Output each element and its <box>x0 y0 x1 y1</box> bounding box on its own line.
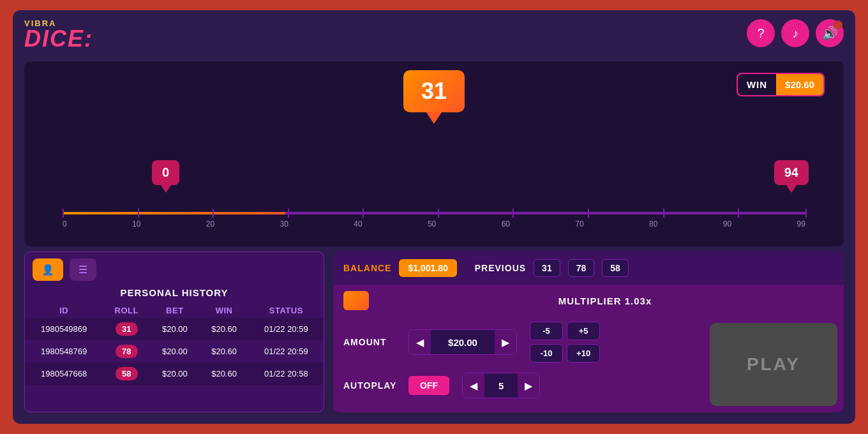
help-icon: ? <box>757 26 764 41</box>
balance-label: BALANCE <box>343 263 391 273</box>
cell-win: $20.60 <box>199 340 248 363</box>
logo: VIBRA DICE: <box>24 19 93 50</box>
cell-status: 01/22 20:59 <box>249 340 324 363</box>
cell-win: $20.60 <box>199 363 248 385</box>
bubble-tail <box>426 112 442 124</box>
history-panel: 👤 ☰ PERSONAL HISTORY ID ROLL BET WIN STA… <box>24 251 324 412</box>
cell-win: $20.60 <box>199 318 248 340</box>
number-line-container: 0 10 20 30 40 50 60 70 80 90 99 <box>63 212 805 228</box>
col-win: WIN <box>199 303 248 318</box>
autoplay-stepper: ◀ 5 ▶ <box>462 373 540 398</box>
help-button[interactable]: ? <box>747 19 775 47</box>
line-label-50: 50 <box>428 220 436 228</box>
col-bet: BET <box>150 303 199 318</box>
bottom-panel: 👤 ☰ PERSONAL HISTORY ID ROLL BET WIN STA… <box>24 251 844 412</box>
autoplay-toggle-button[interactable]: OFF <box>408 376 449 395</box>
previous-roll-3: 58 <box>602 259 629 277</box>
win-display: WIN $20.60 <box>737 73 825 96</box>
history-table: ID ROLL BET WIN STATUS 1980549869 31 $20… <box>25 303 324 385</box>
play-button-container: PLAY <box>703 317 844 412</box>
controls-panel: BALANCE $1,001.80 PREVIOUS 31 78 58 MULT… <box>333 251 844 412</box>
marker-right-value: 94 <box>774 160 809 185</box>
autoplay-count: 5 <box>484 380 518 391</box>
multiplier-swatch <box>343 291 369 310</box>
multiplier-row: MULTIPLIER 1.03x <box>333 285 844 317</box>
minus5-button[interactable]: -5 <box>530 322 563 340</box>
game-area: WIN $20.60 31 0 94 <box>24 61 844 246</box>
person-icon: 👤 <box>41 264 54 276</box>
line-label-0: 0 <box>63 220 67 228</box>
amount-row: AMOUNT ◀ $20.00 ▶ -5 +5 -10 +10 <box>333 317 703 368</box>
cell-id: 1980548769 <box>25 340 103 363</box>
header: VIBRA DICE: <box>24 19 93 50</box>
amount-value: $20.00 <box>431 337 495 348</box>
controls-inner: AMOUNT ◀ $20.00 ▶ -5 +5 -10 +10 <box>333 317 844 412</box>
win-value: $20.60 <box>776 74 823 95</box>
marker-right: 94 <box>774 160 809 193</box>
cell-roll: 78 <box>103 340 150 363</box>
minus10-button[interactable]: -10 <box>530 344 563 363</box>
amount-increase-button[interactable]: ▶ <box>495 330 516 354</box>
amount-control: ◀ $20.00 ▶ <box>408 329 517 355</box>
logo-dice: DICE: <box>24 27 93 50</box>
previous-roll-2: 78 <box>568 259 595 277</box>
cell-status: 01/22 20:59 <box>249 318 324 340</box>
history-title: PERSONAL HISTORY <box>25 281 324 303</box>
balance-value: $1,001.80 <box>399 259 456 277</box>
number-line <box>63 212 805 214</box>
music-icon: ♪ <box>792 26 798 41</box>
sound-button[interactable]: 🔊 <box>816 19 844 47</box>
info-bar: BALANCE $1,001.80 PREVIOUS 31 78 58 <box>333 251 844 285</box>
top-right-buttons: ? ♪ 🔊 <box>747 19 844 47</box>
cell-status: 01/22 20:58 <box>249 363 324 385</box>
marker-left: 0 <box>152 160 179 193</box>
autoplay-increase-button[interactable]: ▶ <box>518 373 539 398</box>
cell-roll: 31 <box>103 318 150 340</box>
marker-left-tail <box>161 185 171 193</box>
amount-decrease-button[interactable]: ◀ <box>409 330 431 354</box>
line-label-90: 90 <box>723 220 731 228</box>
tab-all-history[interactable]: ☰ <box>70 258 96 281</box>
table-row: 1980547668 58 $20.00 $20.60 01/22 20:58 <box>25 363 324 385</box>
plus10-button[interactable]: +10 <box>567 344 600 363</box>
line-label-30: 30 <box>280 220 288 228</box>
line-label-80: 80 <box>649 220 657 228</box>
dice-result-value: 31 <box>403 70 465 112</box>
play-button[interactable]: PLAY <box>710 323 837 406</box>
history-tabs: 👤 ☰ <box>25 252 324 281</box>
col-roll: ROLL <box>103 303 150 318</box>
line-label-99: 99 <box>797 220 805 228</box>
tab-personal-history[interactable]: 👤 <box>33 258 63 281</box>
music-button[interactable]: ♪ <box>781 19 809 47</box>
line-label-40: 40 <box>354 220 362 228</box>
marker-right-tail <box>786 185 797 193</box>
quick-buttons: -5 +5 -10 +10 <box>530 322 600 363</box>
line-label-70: 70 <box>575 220 583 228</box>
line-label-60: 60 <box>502 220 510 228</box>
line-label-10: 10 <box>132 220 140 228</box>
previous-label: PREVIOUS <box>475 263 526 273</box>
plus5-button[interactable]: +5 <box>567 322 600 340</box>
sound-icon: 🔊 <box>822 26 838 41</box>
col-status: STATUS <box>249 303 324 318</box>
table-row: 1980548769 78 $20.00 $20.60 01/22 20:59 <box>25 340 324 363</box>
amount-label: AMOUNT <box>343 337 401 347</box>
win-label: WIN <box>738 74 776 95</box>
multiplier-label: MULTIPLIER 1.03x <box>377 296 834 306</box>
cell-bet: $20.00 <box>150 340 199 363</box>
cell-bet: $20.00 <box>150 363 199 385</box>
autoplay-label: AUTOPLAY <box>343 380 401 391</box>
autoplay-decrease-button[interactable]: ◀ <box>463 373 484 398</box>
col-id: ID <box>25 303 103 318</box>
previous-roll-1: 31 <box>534 259 560 277</box>
table-row: 1980549869 31 $20.00 $20.60 01/22 20:59 <box>25 318 324 340</box>
controls-left: AMOUNT ◀ $20.00 ▶ -5 +5 -10 +10 <box>333 317 703 412</box>
line-label-20: 20 <box>206 220 214 228</box>
cell-id: 1980549869 <box>25 318 103 340</box>
number-line-fill <box>63 212 285 214</box>
dice-result-bubble: 31 <box>403 70 465 124</box>
list-icon: ☰ <box>79 264 87 276</box>
cell-bet: $20.00 <box>150 318 199 340</box>
autoplay-row: AUTOPLAY OFF ◀ 5 ▶ <box>333 368 703 403</box>
cell-roll: 58 <box>103 363 150 385</box>
